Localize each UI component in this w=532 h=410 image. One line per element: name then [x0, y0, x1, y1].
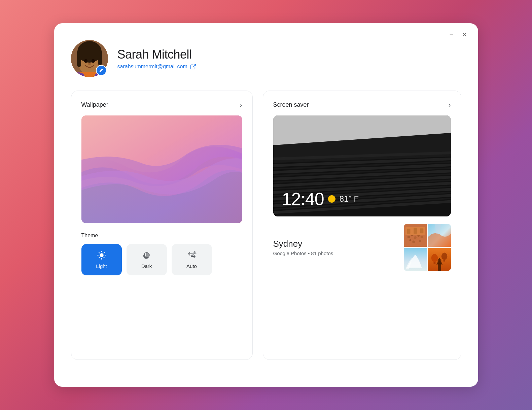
cards-row: Wallpaper ›: [71, 91, 461, 360]
svg-point-59: [431, 254, 437, 262]
light-theme-icon: [97, 250, 106, 260]
album-sub: Google Photos • 81 photos: [273, 250, 333, 256]
wallpaper-preview[interactable]: [81, 115, 242, 223]
svg-rect-54: [414, 228, 417, 234]
album-thumb-2: [428, 224, 451, 247]
svg-point-46: [414, 236, 417, 239]
theme-section: Theme: [81, 233, 242, 275]
screensaver-card-header: Screen saver ›: [273, 101, 451, 109]
screensaver-preview[interactable]: 12:40 81° F: [273, 115, 451, 216]
title-bar: − ✕: [448, 30, 469, 39]
profile-section: Sarah Mitchell sarahsummermit@gmail.com: [71, 40, 461, 77]
svg-point-49: [409, 239, 411, 241]
profile-info: Sarah Mitchell sarahsummermit@gmail.com: [117, 47, 196, 70]
main-dialog: − ✕: [54, 23, 478, 387]
wallpaper-card-header: Wallpaper ›: [81, 101, 242, 109]
dark-label: Dark: [141, 263, 152, 269]
svg-point-44: [407, 236, 410, 238]
svg-rect-62: [443, 260, 445, 262]
wallpaper-chevron-icon[interactable]: ›: [240, 101, 242, 109]
theme-options: Light Dark: [81, 244, 242, 275]
weather-icon: [328, 195, 335, 203]
avatar-container: [71, 40, 108, 77]
svg-point-50: [412, 241, 415, 243]
svg-point-48: [420, 236, 423, 238]
album-source: Google Photos: [273, 250, 307, 256]
album-thumbnails[interactable]: [404, 224, 451, 271]
svg-rect-55: [420, 229, 423, 234]
screensaver-bg: 12:40 81° F: [273, 115, 451, 216]
screensaver-time-overlay: 12:40 81° F: [282, 189, 359, 209]
svg-point-7: [92, 59, 95, 63]
album-name: Sydney: [273, 239, 333, 249]
auto-label: Auto: [186, 263, 197, 269]
screensaver-temperature: 81° F: [340, 194, 359, 204]
dark-theme-icon: [142, 250, 151, 260]
minimize-button[interactable]: −: [448, 30, 455, 39]
svg-point-8: [88, 63, 91, 65]
screensaver-card-title: Screen saver: [273, 101, 309, 108]
svg-rect-4: [98, 50, 102, 65]
svg-rect-53: [407, 229, 410, 234]
screensaver-chevron-icon[interactable]: ›: [449, 101, 451, 109]
svg-line-17: [99, 252, 100, 253]
album-thumb-1: [404, 224, 427, 247]
profile-name: Sarah Mitchell: [117, 47, 196, 62]
theme-light-button[interactable]: Light: [81, 244, 122, 275]
album-count: 81 photos: [311, 250, 333, 256]
svg-point-61: [441, 253, 447, 260]
screensaver-card: Screen saver ›: [263, 91, 461, 360]
svg-line-19: [99, 258, 100, 258]
album-info: Sydney Google Photos • 81 photos: [273, 239, 333, 256]
auto-theme-icon: [187, 250, 197, 260]
wallpaper-card-title: Wallpaper: [81, 101, 108, 108]
theme-auto-button[interactable]: Auto: [172, 244, 212, 275]
theme-dark-button[interactable]: Dark: [127, 244, 167, 275]
svg-point-12: [100, 253, 103, 257]
screensaver-time: 12:40: [282, 189, 324, 209]
svg-rect-60: [433, 262, 435, 264]
profile-email-link[interactable]: sarahsummermit@gmail.com: [117, 64, 196, 70]
external-link-icon: [190, 64, 196, 70]
svg-line-20: [104, 252, 104, 253]
svg-line-18: [104, 258, 104, 258]
theme-label: Theme: [81, 233, 242, 239]
svg-rect-3: [77, 50, 81, 67]
svg-point-6: [84, 59, 87, 63]
close-button[interactable]: ✕: [460, 30, 469, 39]
wallpaper-card: Wallpaper ›: [71, 91, 253, 360]
light-label: Light: [96, 263, 107, 269]
profile-email-text: sarahsummermit@gmail.com: [117, 64, 187, 70]
album-thumb-3: [404, 248, 427, 271]
edit-badge[interactable]: [96, 65, 107, 76]
album-thumb-4: [428, 248, 451, 271]
screensaver-album: Sydney Google Photos • 81 photos: [273, 224, 451, 271]
svg-point-51: [419, 240, 421, 242]
